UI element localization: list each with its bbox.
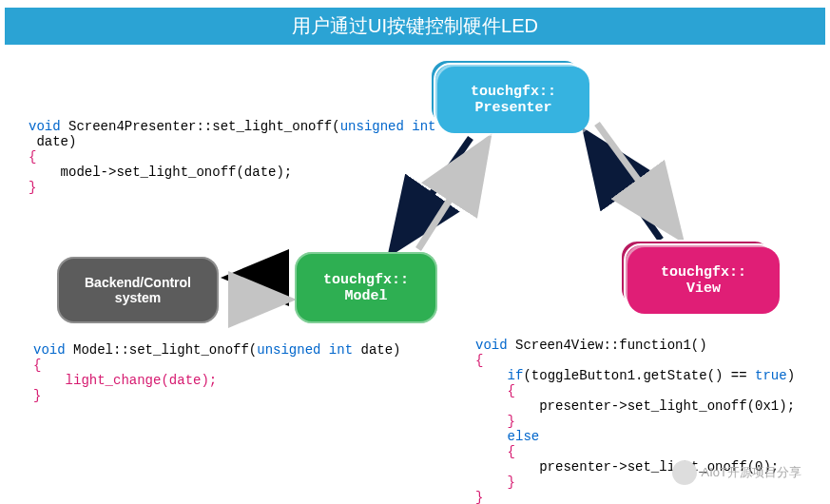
view-label: touchgfx:: View [661, 264, 746, 297]
backend-label: Backend/Control system [85, 275, 191, 305]
model-box: touchgfx:: Model [295, 252, 437, 323]
backend-box: Backend/Control system [57, 257, 219, 323]
presenter-label: touchgfx:: Presenter [471, 84, 556, 116]
watermark-text: AIoT开源项目分享 [702, 464, 801, 481]
code-model: void Model::set_light_onoff(unsigned int… [33, 342, 401, 403]
svg-line-6 [597, 124, 677, 233]
code-presenter: void Screen4Presenter::set_light_onoff(u… [29, 119, 436, 195]
svg-line-5 [589, 138, 661, 240]
diagram-canvas: touchgfx:: Presenter Backend/Control sys… [0, 38, 830, 504]
model-label: touchgfx:: Model [323, 272, 409, 304]
view-box: touchgfx:: View [627, 247, 780, 314]
watermark: AIoT开源项目分享 [672, 460, 801, 485]
title-text: 用户通过UI按键控制硬件LED [292, 15, 538, 36]
watermark-icon [672, 460, 697, 485]
presenter-box: touchgfx:: Presenter [437, 67, 589, 133]
